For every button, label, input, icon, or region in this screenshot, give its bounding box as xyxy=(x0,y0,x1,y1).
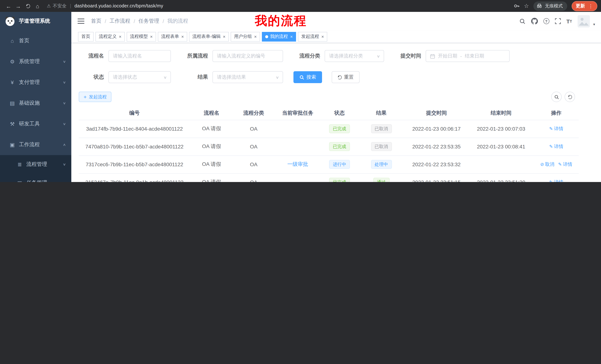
tab-process-model[interactable]: 流程模型× xyxy=(127,32,156,41)
browser-home-icon[interactable]: ⌂ xyxy=(33,3,42,9)
status-cell: 进行中 xyxy=(321,155,358,173)
reload-icon[interactable] xyxy=(23,3,33,9)
hamburger-icon[interactable] xyxy=(71,21,84,21)
process-name-cell: OA 请假 xyxy=(190,138,233,155)
search-icon[interactable] xyxy=(519,18,525,24)
tab-home[interactable]: 首页 xyxy=(78,32,94,41)
avatar[interactable] xyxy=(578,15,590,27)
sidebar-item-system-management[interactable]: ⚙系统管理∨ xyxy=(0,51,71,72)
detail-action-link[interactable]: ✎详情 xyxy=(558,161,572,168)
status-select[interactable]: 请选择状态 ∨ xyxy=(109,71,171,83)
result-select[interactable]: 请选择流结果 ∨ xyxy=(212,71,283,83)
sidebar-item-workflow[interactable]: ▣工作流程∧ xyxy=(0,134,71,155)
tab-process-definition[interactable]: 流程定义× xyxy=(95,32,125,41)
close-icon[interactable]: × xyxy=(150,34,153,39)
cancel-action-link[interactable]: ⊘取消 xyxy=(540,161,554,168)
category-select[interactable]: 请选择流程分类 ∨ xyxy=(325,50,384,62)
task-icon: ▦ xyxy=(16,180,24,182)
status-tag: 已完成 xyxy=(329,142,350,151)
close-icon[interactable]: × xyxy=(290,34,293,39)
process-name-input[interactable]: 请输入流程名 xyxy=(109,50,171,62)
close-icon[interactable]: × xyxy=(181,34,184,39)
breadcrumb-item[interactable]: 首页 xyxy=(91,18,101,25)
show-search-button[interactable] xyxy=(551,92,562,102)
end-time-cell: 2022-01-23 00:07:03 xyxy=(468,120,534,138)
process-id-cell: 2152467e-7b9b-11ec-9a1b-acde48001122 xyxy=(79,173,190,182)
status-cell: 已完成 xyxy=(321,173,358,182)
current-task-cell xyxy=(274,120,321,138)
breadcrumb-item: 我的流程 xyxy=(167,18,188,25)
sidebar-item-home[interactable]: ⌂首页 xyxy=(0,30,71,51)
breadcrumb-item[interactable]: 任务管理 xyxy=(139,18,159,25)
github-icon[interactable] xyxy=(531,18,538,25)
browser-update-button[interactable]: 更新 ⋮ xyxy=(572,1,597,11)
close-icon[interactable]: × xyxy=(119,34,121,39)
chevron-down-icon: ∨ xyxy=(63,101,66,105)
refresh-table-button[interactable] xyxy=(565,92,575,102)
breadcrumb-separator: / xyxy=(134,18,135,24)
submit-time-cell: 2022-01-23 00:06:17 xyxy=(404,120,468,138)
browser-menu-icon[interactable]: ⋮ xyxy=(588,3,593,9)
tab-label: 流程表单 xyxy=(161,33,179,40)
tab-label: 流程模型 xyxy=(130,33,148,40)
search-button[interactable]: 搜索 xyxy=(293,71,322,83)
tab-start-process[interactable]: 发起流程× xyxy=(298,32,327,41)
current-task-cell: 一级审批 xyxy=(274,155,321,173)
url-text: dashboard.yudao.iocoder.cn/bpm/task/my xyxy=(74,3,163,9)
header-actions: ? TT ▾ xyxy=(519,15,601,27)
close-icon[interactable]: × xyxy=(254,34,257,39)
end-time-cell: 2022-01-23 00:08:41 xyxy=(468,138,534,155)
current-task-link[interactable]: 一级审批 xyxy=(287,161,308,167)
current-task-cell xyxy=(274,138,321,155)
breadcrumb-separator: / xyxy=(163,18,164,24)
forward-icon[interactable]: → xyxy=(13,3,23,9)
tab-process-form[interactable]: 流程表单× xyxy=(158,32,187,41)
tab-user-group[interactable]: 用户分组× xyxy=(231,32,260,41)
detail-action-link[interactable]: ✎详情 xyxy=(549,126,563,132)
tab-process-form-edit[interactable]: 流程表单-编辑× xyxy=(189,32,229,41)
filter-status: 状态 请选择状态 ∨ xyxy=(79,71,171,83)
submit-time-cell: 2022-01-22 23:51:15 xyxy=(404,173,468,182)
font-size-icon[interactable]: TT xyxy=(566,18,572,24)
bookmark-star-icon[interactable]: ☆ xyxy=(524,3,529,9)
breadcrumb-item[interactable]: 工作流程 xyxy=(110,18,130,25)
refresh-icon xyxy=(338,75,342,79)
sidebar: 芋道管理系统 ⌂首页⚙系统管理∨¥支付管理∨▤基础设施∨⚒研发工具∨▣工作流程∧… xyxy=(0,12,71,182)
close-icon[interactable]: × xyxy=(223,34,225,39)
app-logo xyxy=(4,16,16,27)
help-icon[interactable]: ? xyxy=(543,18,549,24)
sidebar-item-label: 工作流程 xyxy=(19,141,40,148)
reset-button-label: 重置 xyxy=(344,74,354,80)
caret-down-icon[interactable]: ▾ xyxy=(593,22,595,26)
end-time-cell xyxy=(468,155,534,173)
detail-action-link[interactable]: ✎详情 xyxy=(549,179,563,182)
filter-submit-time: 提交时间 开始日期 - 结束日期 xyxy=(394,50,510,62)
process-def-input[interactable]: 请输入流程定义的编号 xyxy=(212,50,283,62)
infrastructure-icon: ▤ xyxy=(8,100,16,106)
sidebar-item-infrastructure[interactable]: ▤基础设施∨ xyxy=(0,93,71,114)
tab-my-process[interactable]: 我的流程× xyxy=(262,32,296,41)
table-row: 7470a810-7b9b-11ec-b5b7-acde48001122OA 请… xyxy=(79,138,579,155)
status-tag: 已完成 xyxy=(329,124,350,133)
back-icon[interactable]: ← xyxy=(4,3,13,9)
sidebar-item-task-management[interactable]: ▦任务管理∧ xyxy=(0,174,71,182)
address-bar[interactable]: ⚠ 不安全 | dashboard.yudao.iocoder.cn/bpm/t… xyxy=(47,3,513,9)
password-key-icon[interactable] xyxy=(513,3,520,9)
breadcrumb-separator: / xyxy=(105,18,106,24)
process-id-cell: 3ad174fb-7b9d-11ec-8404-acde48001122 xyxy=(79,120,190,138)
sidebar-item-process-management[interactable]: ≣流程管理∨ xyxy=(0,155,71,174)
detail-action-link[interactable]: ✎详情 xyxy=(549,144,563,150)
app-title: 芋道管理系统 xyxy=(19,18,50,25)
start-process-button[interactable]: + 发起流程 xyxy=(79,92,111,102)
close-icon[interactable]: × xyxy=(321,34,324,39)
result-label: 结果 xyxy=(181,74,208,80)
edit-icon: ✎ xyxy=(549,126,553,132)
submit-time-range-input[interactable]: 开始日期 - 结束日期 xyxy=(426,50,510,62)
fullscreen-icon[interactable] xyxy=(555,18,561,24)
chevron-down-icon: ∨ xyxy=(163,75,167,79)
reset-button[interactable]: 重置 xyxy=(332,71,360,83)
actions-cell: ✎详情 xyxy=(534,173,579,182)
result-cell: 已取消 xyxy=(358,138,404,155)
sidebar-item-payment-management[interactable]: ¥支付管理∨ xyxy=(0,72,71,93)
sidebar-item-dev-tools[interactable]: ⚒研发工具∨ xyxy=(0,114,71,134)
